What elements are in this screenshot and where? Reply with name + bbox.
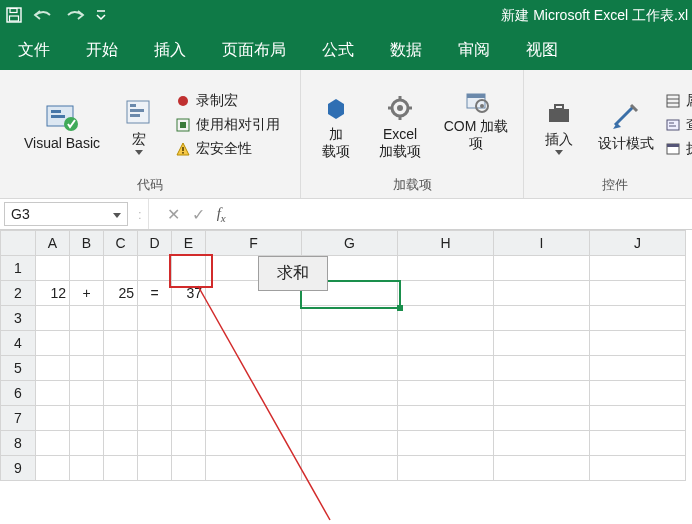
cell[interactable] bbox=[494, 456, 590, 481]
row-header[interactable]: 5 bbox=[1, 356, 36, 381]
sum-button[interactable]: 求和 bbox=[258, 256, 328, 291]
macro-security-button[interactable]: 宏安全性 bbox=[174, 138, 280, 160]
select-all-corner[interactable] bbox=[1, 231, 36, 256]
row-header[interactable]: 3 bbox=[1, 306, 36, 331]
cell[interactable] bbox=[70, 256, 104, 281]
cell[interactable] bbox=[590, 331, 686, 356]
cell[interactable] bbox=[494, 256, 590, 281]
excel-addins-button[interactable]: Excel 加载项 bbox=[371, 88, 429, 162]
cell[interactable] bbox=[494, 281, 590, 306]
cell[interactable] bbox=[138, 356, 172, 381]
tab-review[interactable]: 审阅 bbox=[440, 30, 508, 70]
col-header[interactable]: B bbox=[70, 231, 104, 256]
cell[interactable] bbox=[590, 456, 686, 481]
cell[interactable] bbox=[206, 431, 302, 456]
redo-icon[interactable] bbox=[64, 8, 86, 22]
cell[interactable] bbox=[302, 431, 398, 456]
cell[interactable] bbox=[590, 306, 686, 331]
cell[interactable] bbox=[302, 381, 398, 406]
cell[interactable] bbox=[206, 406, 302, 431]
cell[interactable] bbox=[138, 306, 172, 331]
cell[interactable] bbox=[590, 256, 686, 281]
use-relative-refs-button[interactable]: 使用相对引用 bbox=[174, 114, 280, 136]
cell[interactable] bbox=[398, 331, 494, 356]
cell[interactable] bbox=[104, 381, 138, 406]
cell[interactable] bbox=[206, 331, 302, 356]
cell[interactable] bbox=[494, 406, 590, 431]
cell[interactable] bbox=[36, 456, 70, 481]
cell[interactable] bbox=[206, 456, 302, 481]
cell[interactable] bbox=[104, 431, 138, 456]
cell[interactable] bbox=[36, 431, 70, 456]
row-header[interactable]: 4 bbox=[1, 331, 36, 356]
cell[interactable] bbox=[70, 306, 104, 331]
row-header[interactable]: 8 bbox=[1, 431, 36, 456]
cell[interactable] bbox=[590, 356, 686, 381]
save-icon[interactable] bbox=[6, 7, 22, 23]
enter-icon[interactable]: ✓ bbox=[192, 205, 205, 224]
tab-home[interactable]: 开始 bbox=[68, 30, 136, 70]
col-header[interactable]: G bbox=[302, 231, 398, 256]
cell[interactable] bbox=[70, 331, 104, 356]
tab-page-layout[interactable]: 页面布局 bbox=[204, 30, 304, 70]
cell[interactable] bbox=[36, 381, 70, 406]
col-header[interactable]: H bbox=[398, 231, 494, 256]
cell[interactable] bbox=[104, 256, 138, 281]
cell[interactable] bbox=[138, 406, 172, 431]
col-header[interactable]: F bbox=[206, 231, 302, 256]
cell[interactable] bbox=[398, 456, 494, 481]
cell[interactable] bbox=[172, 456, 206, 481]
row-header[interactable]: 6 bbox=[1, 381, 36, 406]
tab-file[interactable]: 文件 bbox=[0, 30, 68, 70]
design-mode-button[interactable]: 设计模式 bbox=[594, 97, 658, 154]
cell-A2[interactable]: 12 bbox=[36, 281, 70, 306]
cancel-icon[interactable]: ✕ bbox=[167, 205, 180, 224]
cell[interactable] bbox=[138, 256, 172, 281]
cell-D2[interactable]: = bbox=[138, 281, 172, 306]
cell[interactable] bbox=[302, 306, 398, 331]
cell[interactable] bbox=[398, 381, 494, 406]
row-header[interactable]: 2 bbox=[1, 281, 36, 306]
cell[interactable] bbox=[36, 406, 70, 431]
cell[interactable] bbox=[70, 456, 104, 481]
cell[interactable] bbox=[138, 381, 172, 406]
cell[interactable] bbox=[172, 306, 206, 331]
cell[interactable] bbox=[70, 381, 104, 406]
tab-view[interactable]: 视图 bbox=[508, 30, 576, 70]
macros-button[interactable]: 宏 bbox=[110, 93, 168, 157]
cell[interactable] bbox=[172, 356, 206, 381]
tab-insert[interactable]: 插入 bbox=[136, 30, 204, 70]
formula-input[interactable] bbox=[244, 203, 692, 225]
cell[interactable] bbox=[138, 456, 172, 481]
cell[interactable] bbox=[172, 381, 206, 406]
col-header[interactable]: J bbox=[590, 231, 686, 256]
col-header[interactable]: A bbox=[36, 231, 70, 256]
cell[interactable] bbox=[172, 256, 206, 281]
cell[interactable] bbox=[494, 381, 590, 406]
undo-icon[interactable] bbox=[32, 8, 54, 22]
com-addins-button[interactable]: COM 加载项 bbox=[435, 80, 517, 171]
cell[interactable] bbox=[104, 406, 138, 431]
name-box[interactable]: G3 bbox=[4, 202, 128, 226]
cell[interactable] bbox=[36, 306, 70, 331]
cell[interactable] bbox=[494, 331, 590, 356]
cell[interactable] bbox=[590, 431, 686, 456]
cell[interactable] bbox=[206, 381, 302, 406]
row-header[interactable]: 7 bbox=[1, 406, 36, 431]
tab-formulas[interactable]: 公式 bbox=[304, 30, 372, 70]
cell[interactable] bbox=[70, 431, 104, 456]
cell[interactable] bbox=[302, 331, 398, 356]
cell[interactable] bbox=[36, 331, 70, 356]
cell[interactable] bbox=[70, 406, 104, 431]
view-code-button[interactable]: 查 bbox=[664, 114, 692, 136]
cell-E2[interactable]: 37 bbox=[172, 281, 206, 306]
cell[interactable] bbox=[398, 356, 494, 381]
cell[interactable] bbox=[590, 381, 686, 406]
col-header[interactable]: D bbox=[138, 231, 172, 256]
cell[interactable] bbox=[494, 431, 590, 456]
run-dialog-button[interactable]: 执 bbox=[664, 138, 692, 160]
properties-button[interactable]: 属 bbox=[664, 90, 692, 112]
cell[interactable] bbox=[138, 431, 172, 456]
col-header[interactable]: I bbox=[494, 231, 590, 256]
tab-data[interactable]: 数据 bbox=[372, 30, 440, 70]
